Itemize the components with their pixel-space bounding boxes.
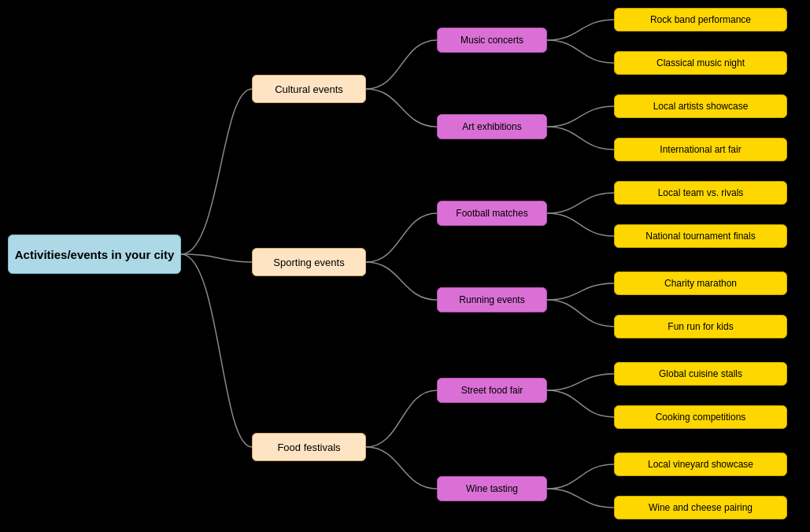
- art-exhibitions-node: Art exhibitions: [437, 114, 547, 139]
- street-food-fair-node: Street food fair: [437, 378, 547, 403]
- classical-music-node: Classical music night: [614, 51, 787, 75]
- sporting-events-node: Sporting events: [252, 248, 366, 276]
- music-concerts-node: Music concerts: [437, 28, 547, 53]
- national-tournament-node: National tournament finals: [614, 224, 787, 248]
- football-matches-node: Football matches: [437, 201, 547, 226]
- local-vineyard-node: Local vineyard showcase: [614, 453, 787, 476]
- international-art-node: International art fair: [614, 138, 787, 161]
- food-festivals-node: Food festivals: [252, 433, 366, 461]
- cooking-competitions-node: Cooking competitions: [614, 405, 787, 429]
- fun-run-node: Fun run for kids: [614, 315, 787, 338]
- charity-marathon-node: Charity marathon: [614, 272, 787, 295]
- rock-band-node: Rock band performance: [614, 8, 787, 31]
- root-node: Activities/events in your city: [8, 235, 181, 274]
- local-team-node: Local team vs. rivals: [614, 181, 787, 205]
- local-artists-node: Local artists showcase: [614, 94, 787, 118]
- wine-and-cheese-node: Wine and cheese pairing: [614, 496, 787, 519]
- wine-tasting-node: Wine tasting: [437, 476, 547, 501]
- global-cuisine-node: Global cuisine stalls: [614, 362, 787, 386]
- running-events-node: Running events: [437, 287, 547, 312]
- cultural-events-node: Cultural events: [252, 75, 366, 103]
